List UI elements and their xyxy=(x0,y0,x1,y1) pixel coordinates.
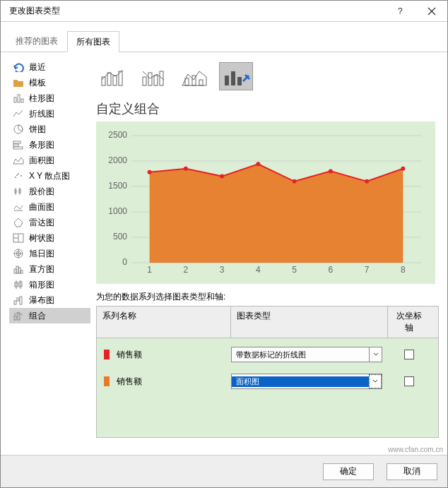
header-chart-type: 图表类型 xyxy=(231,307,388,338)
svg-point-70 xyxy=(329,169,333,173)
sidebar-item-label: 面积图 xyxy=(29,155,54,167)
sidebar-item-area[interactable]: 面积图 xyxy=(9,153,90,168)
dialog-footer: 确定 取消 xyxy=(1,455,447,487)
radar-chart-icon xyxy=(12,217,25,228)
series-color-marker xyxy=(104,350,110,359)
pie-chart-icon xyxy=(12,124,25,135)
svg-point-65 xyxy=(148,170,152,174)
stock-chart-icon xyxy=(12,186,25,197)
sidebar-item-label: 折线图 xyxy=(29,108,54,120)
sidebar-item-label: 瀑布图 xyxy=(29,294,54,307)
sidebar-item-label: 柱形图 xyxy=(29,93,54,105)
sidebar-item-radar[interactable]: 雷达图 xyxy=(9,215,90,230)
scatter-chart-icon xyxy=(12,170,25,181)
sidebar-item-stock[interactable]: 股价图 xyxy=(9,184,90,199)
secondary-axis-checkbox[interactable] xyxy=(404,376,414,386)
svg-rect-29 xyxy=(20,270,23,273)
svg-text:1: 1 xyxy=(147,265,152,275)
dropdown-text: 面积图 xyxy=(232,376,369,387)
sidebar-item-treemap[interactable]: 树状图 xyxy=(9,230,90,246)
svg-point-66 xyxy=(184,167,188,171)
help-button[interactable]: ? xyxy=(385,1,416,22)
treemap-chart-icon xyxy=(12,232,25,244)
tab-all-charts[interactable]: 所有图表 xyxy=(67,31,119,52)
chevron-down-icon[interactable] xyxy=(369,374,382,388)
svg-text:2500: 2500 xyxy=(108,130,127,140)
sidebar-item-column[interactable]: 柱形图 xyxy=(9,90,90,106)
header-secondary-axis: 次坐标轴 xyxy=(388,307,430,338)
svg-text:5: 5 xyxy=(292,265,297,275)
svg-point-72 xyxy=(401,167,405,171)
surface-chart-icon xyxy=(12,201,25,213)
svg-rect-45 xyxy=(154,76,158,85)
sunburst-chart-icon xyxy=(12,248,25,259)
svg-point-69 xyxy=(293,179,297,184)
series-name-label: 销售额 xyxy=(117,376,231,388)
series-type-dropdown[interactable]: 带数据标记的折线图 xyxy=(231,347,382,362)
close-button[interactable] xyxy=(416,1,447,22)
series-type-dropdown[interactable]: 面积图 xyxy=(231,374,382,389)
series-color-marker xyxy=(104,376,110,386)
sidebar-item-sunburst[interactable]: 旭日图 xyxy=(9,246,90,261)
svg-point-71 xyxy=(365,179,369,184)
svg-rect-8 xyxy=(13,144,18,146)
ok-button[interactable]: 确定 xyxy=(323,463,374,480)
series-name-label: 销售额 xyxy=(117,349,231,361)
combo-subtype-3[interactable] xyxy=(178,62,212,90)
svg-text:?: ? xyxy=(398,7,403,16)
svg-text:1000: 1000 xyxy=(108,206,127,216)
svg-text:500: 500 xyxy=(113,232,127,242)
svg-point-12 xyxy=(20,175,22,177)
window-title: 更改图表类型 xyxy=(9,5,60,17)
box-chart-icon xyxy=(12,279,25,290)
svg-rect-34 xyxy=(14,301,16,304)
sidebar-item-waterfall[interactable]: 瀑布图 xyxy=(9,292,90,308)
sidebar-item-recent[interactable]: 最近 xyxy=(9,59,90,75)
svg-rect-49 xyxy=(199,80,203,85)
svg-rect-36 xyxy=(20,297,22,304)
series-instruction: 为您的数据系列选择图表类型和轴: xyxy=(96,291,439,303)
folder-icon xyxy=(12,77,25,88)
sidebar-item-line[interactable]: 折线图 xyxy=(9,106,90,121)
sidebar-item-histogram[interactable]: 直方图 xyxy=(9,261,90,277)
tab-recommended[interactable]: 推荐的图表 xyxy=(6,30,67,52)
sidebar-item-label: 最近 xyxy=(29,61,46,73)
sidebar-item-label: X Y 散点图 xyxy=(29,170,70,182)
tab-bar: 推荐的图表 所有图表 xyxy=(1,28,447,52)
svg-text:2: 2 xyxy=(184,265,189,275)
svg-point-10 xyxy=(15,177,16,178)
svg-text:6: 6 xyxy=(329,265,334,275)
svg-rect-35 xyxy=(17,298,19,301)
svg-rect-41 xyxy=(113,76,117,85)
svg-rect-9 xyxy=(13,147,23,149)
sidebar-item-templates[interactable]: 模板 xyxy=(9,75,90,90)
sidebar-item-label: 饼图 xyxy=(29,124,46,136)
sidebar-item-surface[interactable]: 曲面图 xyxy=(9,199,90,215)
sidebar-item-pie[interactable]: 饼图 xyxy=(9,121,90,137)
header-series-name: 系列名称 xyxy=(97,307,231,338)
sidebar-item-bar[interactable]: 条形图 xyxy=(9,137,90,153)
svg-marker-18 xyxy=(14,218,23,227)
svg-rect-44 xyxy=(148,73,152,85)
svg-rect-7 xyxy=(13,141,20,143)
svg-rect-5 xyxy=(21,99,23,102)
sidebar-item-label: 雷达图 xyxy=(29,217,54,229)
cancel-button[interactable]: 取消 xyxy=(387,463,437,480)
sidebar-item-box[interactable]: 箱形图 xyxy=(9,277,90,292)
sidebar-item-combo[interactable]: 组合 xyxy=(9,308,90,323)
svg-text:4: 4 xyxy=(256,265,261,275)
svg-rect-38 xyxy=(18,314,20,320)
combo-subtype-custom[interactable] xyxy=(219,62,253,90)
chevron-down-icon[interactable] xyxy=(369,347,382,362)
secondary-axis-checkbox[interactable] xyxy=(404,350,414,359)
svg-rect-52 xyxy=(237,77,242,85)
bar-chart-icon xyxy=(12,139,25,150)
sidebar-item-label: 模板 xyxy=(29,77,46,89)
combo-subtype-2[interactable] xyxy=(137,62,171,90)
combo-chart-icon xyxy=(12,310,25,321)
line-chart-icon xyxy=(12,108,25,119)
chart-preview: 0500100015002000250012345678 xyxy=(96,121,435,284)
sidebar-item-scatter[interactable]: X Y 散点图 xyxy=(9,168,90,184)
combo-subtype-1[interactable] xyxy=(96,62,130,90)
sidebar-item-label: 曲面图 xyxy=(29,201,54,213)
